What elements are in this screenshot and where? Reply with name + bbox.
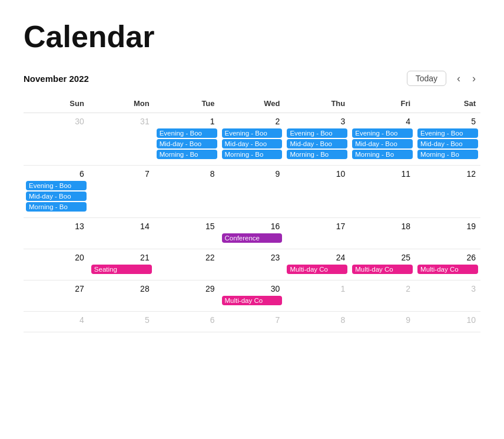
calendar-event[interactable]: Evening - Boo <box>417 128 478 138</box>
calendar-cell: 3 <box>415 280 480 312</box>
calendar-cell: 16Conference <box>220 218 285 249</box>
calendar-event[interactable]: Morning - Bo <box>417 150 478 159</box>
page-title: Calendar <box>24 19 480 54</box>
day-number: 9 <box>352 314 413 327</box>
calendar-event[interactable]: Multi-day Co <box>352 265 413 274</box>
calendar-event[interactable]: Evening - Boo <box>157 128 217 138</box>
calendar-cell: 17 <box>284 218 350 249</box>
day-number: 24 <box>287 252 347 265</box>
day-number: 7 <box>91 168 152 181</box>
calendar-cell: 7 <box>220 312 285 332</box>
day-number: 18 <box>352 220 413 233</box>
calendar-cell: 26Multi-day Co <box>415 249 480 280</box>
day-number: 10 <box>287 168 347 181</box>
calendar-cell: 10 <box>284 166 350 218</box>
calendar-cell: 22 <box>154 249 220 280</box>
calendar-event[interactable]: Multi-day Co <box>287 265 347 274</box>
calendar-cell: 10 <box>415 312 480 332</box>
calendar-cell: 2 <box>350 280 415 312</box>
calendar-cell: 19 <box>415 218 480 249</box>
day-number: 31 <box>91 115 152 128</box>
day-number: 9 <box>222 168 283 181</box>
calendar-event[interactable]: Morning - Bo <box>222 150 283 159</box>
calendar-cell: 20 <box>24 249 89 280</box>
calendar-event[interactable]: Evening - Boo <box>222 128 283 138</box>
calendar-cell: 1Evening - BooMid-day - BooMorning - Bo <box>154 113 220 166</box>
weekday-header: Wed <box>220 97 285 113</box>
calendar-event[interactable]: Evening - Boo <box>352 128 413 138</box>
calendar-cell: 27 <box>24 280 89 312</box>
calendar-cell: 31 <box>89 113 154 166</box>
calendar-cell: 18 <box>350 218 415 249</box>
day-number: 13 <box>26 220 87 233</box>
calendar-event[interactable]: Mid-day - Boo <box>287 139 347 148</box>
calendar-cell: 4Evening - BooMid-day - BooMorning - Bo <box>350 113 415 166</box>
calendar-event[interactable]: Evening - Boo <box>26 181 87 190</box>
calendar-event[interactable]: Evening - Boo <box>287 128 347 138</box>
calendar-event[interactable]: Multi-day Co <box>222 296 283 305</box>
day-number: 22 <box>157 252 217 265</box>
day-number: 30 <box>222 283 283 296</box>
calendar-cell: 12 <box>415 166 480 218</box>
day-number: 21 <box>91 252 152 265</box>
calendar-event[interactable]: Multi-day Co <box>417 265 478 274</box>
day-number: 7 <box>222 314 283 327</box>
day-number: 3 <box>287 115 347 128</box>
nav-controls: Today ‹ › <box>407 71 480 86</box>
weekday-header: Fri <box>350 97 415 113</box>
calendar-cell: 7 <box>89 166 154 218</box>
calendar-cell: 4 <box>24 312 89 332</box>
day-number: 4 <box>26 314 87 327</box>
day-number: 2 <box>222 115 283 128</box>
day-number: 12 <box>417 168 478 181</box>
calendar-cell: 1 <box>284 280 350 312</box>
calendar-event[interactable]: Mid-day - Boo <box>222 139 283 148</box>
day-number: 30 <box>26 115 87 128</box>
day-number: 16 <box>222 220 283 233</box>
day-number: 26 <box>417 252 478 265</box>
weekday-header: Thu <box>284 97 350 113</box>
calendar-cell: 2Evening - BooMid-day - BooMorning - Bo <box>220 113 285 166</box>
weekday-header: Tue <box>154 97 220 113</box>
calendar-cell: 6Evening - BooMid-day - BooMorning - Bo <box>24 166 89 218</box>
calendar-event[interactable]: Conference <box>222 233 283 243</box>
day-number: 3 <box>417 283 478 296</box>
calendar-cell: 9 <box>220 166 285 218</box>
calendar-cell: 30 <box>24 113 89 166</box>
calendar-event[interactable]: Mid-day - Boo <box>157 139 217 148</box>
day-number: 2 <box>352 283 413 296</box>
calendar-cell: 14 <box>89 218 154 249</box>
month-label: November 2022 <box>24 74 89 84</box>
calendar-cell: 21Seating <box>89 249 154 280</box>
calendar-event[interactable]: Mid-day - Boo <box>352 139 413 148</box>
calendar-event[interactable]: Morning - Bo <box>157 150 217 159</box>
calendar-cell: 15 <box>154 218 220 249</box>
calendar-event[interactable]: Seating <box>91 265 152 274</box>
day-number: 1 <box>287 283 347 296</box>
prev-month-button[interactable]: ‹ <box>452 71 465 86</box>
day-number: 8 <box>287 314 347 327</box>
calendar-event[interactable]: Morning - Bo <box>352 150 413 159</box>
calendar-event[interactable]: Morning - Bo <box>287 150 347 159</box>
day-number: 14 <box>91 220 152 233</box>
weekday-header: Mon <box>89 97 154 113</box>
calendar-cell: 8 <box>284 312 350 332</box>
calendar-event[interactable]: Mid-day - Boo <box>26 192 87 201</box>
calendar-event[interactable]: Mid-day - Boo <box>417 139 478 148</box>
next-month-button[interactable]: › <box>467 71 480 86</box>
day-number: 8 <box>157 168 217 181</box>
day-number: 15 <box>157 220 217 233</box>
day-number: 29 <box>157 283 217 296</box>
calendar-event[interactable]: Morning - Bo <box>26 202 87 212</box>
day-number: 11 <box>352 168 413 181</box>
calendar-cell: 29 <box>154 280 220 312</box>
day-number: 27 <box>26 283 87 296</box>
day-number: 23 <box>222 252 283 265</box>
calendar-cell: 8 <box>154 166 220 218</box>
day-number: 5 <box>417 115 478 128</box>
day-number: 17 <box>287 220 347 233</box>
day-number: 25 <box>352 252 413 265</box>
today-button[interactable]: Today <box>407 71 446 86</box>
day-number: 20 <box>26 252 87 265</box>
calendar-cell: 5 <box>89 312 154 332</box>
